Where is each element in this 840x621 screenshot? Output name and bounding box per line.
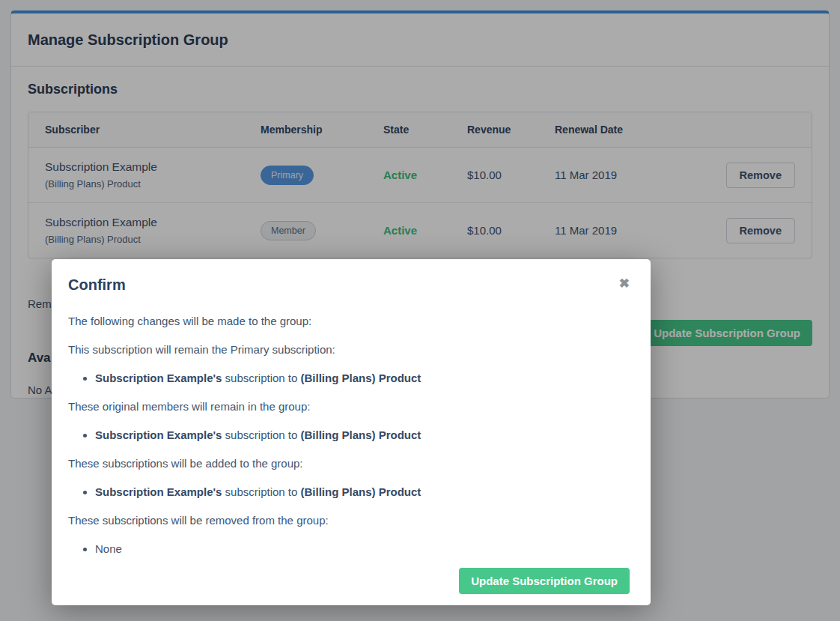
modal-update-subscription-group-button[interactable]: Update Subscription Group — [459, 568, 630, 594]
modal-header: Confirm ✖ — [68, 277, 630, 292]
list-item: Subscription Example's subscription to (… — [95, 428, 630, 441]
modal-section-heading: These subscriptions will be removed from… — [68, 514, 630, 527]
modal-section-heading: This subscription will remain the Primar… — [68, 343, 630, 356]
list-item: Subscription Example's subscription to (… — [95, 485, 630, 498]
list-item: None — [95, 542, 630, 555]
modal-section-list: Subscription Example's subscription to (… — [68, 485, 630, 498]
modal-section-heading: These original members will remain in th… — [68, 400, 630, 413]
modal-section-list: Subscription Example's subscription to (… — [68, 372, 630, 384]
close-icon[interactable]: ✖ — [619, 277, 630, 290]
modal-section-list: None — [68, 542, 630, 555]
modal-footer: Update Subscription Group — [68, 568, 630, 594]
modal-intro: The following changes will be made to th… — [68, 315, 630, 327]
modal-body: The following changes will be made to th… — [68, 315, 630, 594]
confirm-modal: Confirm ✖ The following changes will be … — [52, 259, 651, 605]
modal-section-list: Subscription Example's subscription to (… — [68, 428, 630, 441]
modal-section-heading: These subscriptions will be added to the… — [68, 457, 630, 470]
modal-title: Confirm — [68, 277, 126, 292]
list-item: Subscription Example's subscription to (… — [95, 372, 630, 384]
